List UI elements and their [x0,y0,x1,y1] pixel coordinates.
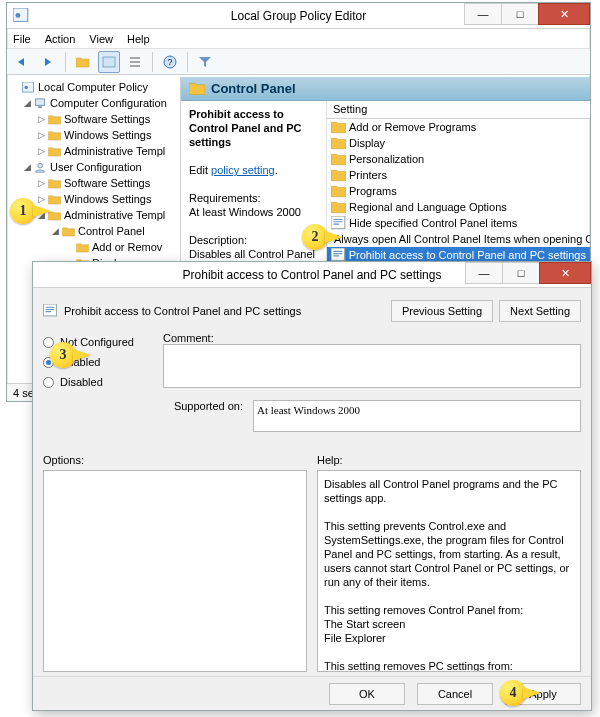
tree-item[interactable]: ◢Computer Configuration [7,95,180,111]
comment-label: Comment: [163,332,581,344]
radio-not-configured[interactable]: Not Configured [43,332,153,352]
settings-list-item[interactable]: Printers [327,167,590,183]
minimize-button[interactable]: — [464,3,502,25]
up-button[interactable] [72,51,94,73]
setting-icon [43,304,58,319]
menubar: File Action View Help [7,29,590,49]
policy-setting-link[interactable]: policy setting [211,164,275,176]
folder-icon [331,201,346,214]
settings-item-label: Hide specified Control Panel items [349,217,517,229]
requirements-value: At least Windows 2000 [189,206,301,218]
menu-file[interactable]: File [13,33,31,45]
expand-toggle[interactable]: ▷ [35,178,47,188]
expand-toggle[interactable]: ▷ [35,194,47,204]
tree-item[interactable]: ◢Control Panel [7,223,180,239]
options-box [43,470,307,672]
tree-item[interactable]: Add or Remov [7,239,180,255]
tree-item[interactable]: ▷Software Settings [7,175,180,191]
setting-icon [331,249,346,262]
menu-help[interactable]: Help [127,33,150,45]
gp-titlebar: Local Group Policy Editor — □ ✕ [7,3,590,29]
policy-setting-dialog: Prohibit access to Control Panel and PC … [32,261,592,711]
back-button[interactable] [11,51,33,73]
supported-on-field: At least Windows 2000 [253,400,581,432]
policy-icon [21,81,35,93]
requirements-label: Requirements: [189,192,261,204]
setting-icon [331,217,346,230]
details-view-button[interactable] [124,51,146,73]
edit-label: Edit [189,164,208,176]
cancel-button[interactable]: Cancel [417,683,493,705]
expand-toggle[interactable]: ◢ [35,210,47,220]
tree-item-label: Control Panel [78,225,145,237]
tree-item[interactable]: ▷Software Settings [7,111,180,127]
tree-item[interactable]: ▷Administrative Templ [7,143,180,159]
next-setting-button[interactable]: Next Setting [499,300,581,322]
machine-icon [33,97,47,109]
folder-icon [331,121,346,134]
tree-item-label: Add or Remov [92,241,162,253]
close-button[interactable]: ✕ [538,3,590,25]
expand-toggle[interactable]: ◢ [21,162,33,172]
filter-button[interactable] [194,51,216,73]
folder-icon [331,137,346,150]
expand-toggle[interactable]: ◢ [21,98,33,108]
settings-item-label: Regional and Language Options [349,201,507,213]
tree-item[interactable]: ◢User Configuration [7,159,180,175]
radio-enabled[interactable]: Enabled [43,352,153,372]
menu-action[interactable]: Action [45,33,76,45]
expand-toggle[interactable]: ▷ [35,146,47,156]
help-label: Help: [317,454,581,466]
tree-item[interactable]: ▷Windows Settings [7,191,180,207]
tree-item-label: Software Settings [64,177,150,189]
tree-item[interactable]: ◢Administrative Templ [7,207,180,223]
settings-list-item[interactable]: Display [327,135,590,151]
settings-list-item[interactable]: Regional and Language Options [327,199,590,215]
dlg-maximize-button[interactable]: □ [502,262,540,284]
settings-item-label: Display [349,137,385,149]
supported-label: Supported on: [163,400,243,412]
folder-icon [331,169,346,182]
maximize-button[interactable]: □ [501,3,539,25]
folder-icon [47,145,61,157]
settings-list-item[interactable]: Personalization [327,151,590,167]
settings-list-item[interactable]: Programs [327,183,590,199]
dlg-minimize-button[interactable]: — [465,262,503,284]
toolbar: ? [7,49,590,75]
folder-icon [331,185,346,198]
app-icon [13,8,29,24]
tree-item[interactable]: Local Computer Policy [7,79,180,95]
folder-icon [61,225,75,237]
settings-list-item[interactable]: Hide specified Control Panel items [327,215,590,231]
folder-icon [47,177,61,189]
user-icon [33,161,47,173]
apply-button[interactable]: Apply [505,683,581,705]
tree-item-label: Computer Configuration [50,97,167,109]
dlg-titlebar: Prohibit access to Control Panel and PC … [33,262,591,288]
help-button[interactable]: ? [159,51,181,73]
radio-disabled[interactable]: Disabled [43,372,153,392]
list-view-button[interactable] [98,51,120,73]
tree-item-label: Windows Settings [64,193,151,205]
description-label: Description: [189,234,247,246]
folder-icon [47,129,61,141]
column-header-setting[interactable]: Setting [327,101,590,119]
comment-textarea[interactable] [163,344,581,388]
menu-view[interactable]: View [89,33,113,45]
ok-button[interactable]: OK [329,683,405,705]
expand-toggle[interactable]: ▷ [35,130,47,140]
settings-list-item[interactable]: Add or Remove Programs [327,119,590,135]
tree-item[interactable]: ▷Windows Settings [7,127,180,143]
dlg-caption: Prohibit access to Control Panel and PC … [64,305,301,317]
dlg-close-button[interactable]: ✕ [539,262,591,284]
options-label: Options: [43,454,307,466]
right-pane-title: Control Panel [211,81,296,96]
expand-toggle[interactable]: ◢ [49,226,61,236]
previous-setting-button[interactable]: Previous Setting [391,300,493,322]
expand-toggle[interactable]: ▷ [35,114,47,124]
settings-item-label: Personalization [349,153,424,165]
settings-item-label: Programs [349,185,397,197]
forward-button[interactable] [37,51,59,73]
settings-list-item[interactable]: Always open All Control Panel Items when… [327,231,590,247]
settings-item-label: Add or Remove Programs [349,121,476,133]
